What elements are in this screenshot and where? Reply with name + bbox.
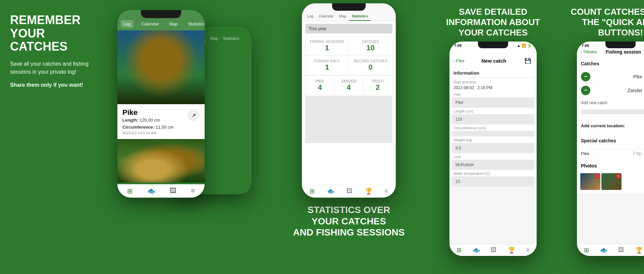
stats-nav-fish[interactable]: 🐟 (327, 188, 334, 195)
qa-photos-section: Photos + − − (577, 158, 644, 193)
nc-length-group: Length (cm) (449, 108, 537, 114)
qa-special-row-pike[interactable]: Pike 7 kg - 100 cm › (577, 149, 644, 158)
phone1-shell: Log Calendar Map Statistics ↗ Pike Lengt… (117, 10, 205, 198)
quick-add-phone-shell: 7:00 ▲ 📶 🔋 ‹ Tillbaka Fishing session Ca… (577, 42, 644, 256)
nc-water-temp-input[interactable]: 15 (452, 177, 534, 187)
nc-time: 7:09 (454, 44, 462, 48)
nc-info-header: Information (449, 68, 537, 78)
catch-timestamp: 8/2/2022 6:51:54 AM (122, 131, 200, 135)
qa-photo-2[interactable]: − (601, 173, 622, 190)
qa-back-button[interactable]: ‹ Tillbaka (581, 50, 597, 54)
qa-row-pike: − Pike + 3 (577, 70, 644, 84)
nc-nav-menu[interactable]: ≡ (526, 247, 530, 254)
qa-add-input[interactable] (581, 110, 644, 114)
section1-headline: REMEMBER YOUR CATCHES (10, 13, 97, 53)
phone1-container: Log Calendar Map Statistics Log Calendar… (107, 0, 268, 274)
phone1-tab-calendar[interactable]: Calendar (139, 20, 162, 28)
stat-catches: CATCHES 10 (349, 37, 392, 56)
nc-nav-trophy[interactable]: 🏆 (508, 247, 515, 254)
stats-filter-dropdown[interactable]: This year (305, 24, 392, 33)
nc-circumference-group: Circumference (cm) (449, 125, 537, 131)
tab-statistics[interactable]: Statistics (349, 13, 371, 21)
stat-record-catches: RECORD CATCHES 0 (349, 56, 392, 75)
nav-icon-fish[interactable]: 🐟 (147, 187, 156, 195)
nc-nav-photo[interactable]: 🖼 (491, 247, 497, 254)
phone1-tab-statistics[interactable]: Statistics (185, 20, 205, 28)
qa-nav-trophy[interactable]: 🏆 (635, 247, 643, 254)
nc-circumference-label: Circumference (cm) (453, 126, 533, 130)
qa-nav-grid[interactable]: ⊞ (584, 247, 589, 254)
section3-text: SAVE DETAILED INFORMATION ABOUT YOUR CAT… (429, 2, 557, 42)
stat-fishing-days: FISHING DAYS 1 (306, 56, 349, 75)
fish-hand-image (117, 139, 205, 183)
nc-circumference-input[interactable] (452, 131, 534, 136)
nav-icon-grid[interactable]: ⊞ (127, 187, 133, 195)
tab-map-back[interactable]: Map (210, 36, 218, 42)
nc-length-input[interactable]: 110 (452, 114, 534, 124)
nc-status-bar: 7:09 ▲ 📶 🔋 (449, 42, 537, 48)
catch-circumference: Circumference: 11,50 cm (122, 124, 200, 131)
phone1-tab-map[interactable]: Map (166, 20, 180, 28)
stats-nav-grid[interactable]: ⊞ (310, 188, 315, 195)
tab-log[interactable]: Log (305, 13, 316, 21)
qa-minus-pike[interactable]: − (581, 72, 590, 81)
section-save-detailed: SAVE DETAILED INFORMATION ABOUT YOUR CAT… (429, 0, 557, 274)
nc-nav-grid[interactable]: ⊞ (457, 247, 462, 254)
nc-save-button[interactable]: 💾 (523, 56, 533, 66)
nc-fish-group: Fish (449, 91, 537, 97)
stats-tab-bar: Log Calendar Map Statistics (302, 3, 396, 21)
qa-catches-header: Catches 7 (577, 58, 644, 70)
stats-screen: Log Calendar Map Statistics This year FI… (302, 3, 396, 198)
qa-add-new-section: Add new catch + (577, 98, 644, 119)
nc-bottom-nav: ⊞ 🐟 🖼 🏆 ≡ (449, 244, 537, 256)
nc-fish-input[interactable]: Pike (452, 97, 534, 108)
qa-photo-1[interactable]: − (580, 173, 600, 190)
nc-time-value: 2:16 PM (477, 85, 492, 90)
qa-photo1-remove-button[interactable]: − (595, 174, 600, 179)
fish-person-image (117, 30, 205, 104)
section-quick-add: COUNT CATCHES WITH THE "QUICK ADD" BUTTO… (557, 0, 644, 274)
nc-water-temp-label: Water temperature (C) (453, 172, 533, 176)
tab-map[interactable]: Map (336, 13, 349, 21)
stats-bottom-nav: ⊞ 🐟 🖼 🏆 ≡ (302, 185, 396, 198)
nc-weight-input[interactable]: 9,9 (452, 143, 534, 153)
section3-headline: SAVE DETAILED INFORMATION ABOUT YOUR CAT… (436, 7, 550, 38)
qa-minus-zander[interactable]: − (581, 86, 590, 95)
nc-back-button[interactable]: ‹ Pike (453, 58, 465, 63)
section4-headline: COUNT CATCHES WITH THE "QUICK ADD" BUTTO… (564, 7, 644, 38)
stat-fishing-sessions: FISHING SESSIONS 1 (306, 37, 349, 56)
qa-nav-fish[interactable]: 🐟 (600, 247, 607, 254)
nav-icon-photo[interactable]: 🖼 (170, 187, 176, 195)
qa-add-row: + (581, 107, 644, 117)
section1-desc1: Save all your catches and fishing sessio… (10, 60, 97, 76)
qa-special-section: Special catches + Pike 7 kg - 100 cm › (577, 133, 644, 158)
stats-nav-trophy[interactable]: 🏆 (365, 188, 372, 195)
tab-statistics-back[interactable]: Statistics (223, 36, 239, 42)
stats-nav-menu[interactable]: ≡ (384, 188, 388, 195)
phone1-tab-log[interactable]: Log (121, 20, 133, 28)
nc-datetime-group: Date and time 2022-08-02 2:16 PM (449, 78, 537, 91)
qa-nav-photo[interactable]: 🖼 (618, 247, 624, 254)
section-statistics: Log Calendar Map Statistics This year FI… (268, 0, 429, 274)
section2-headline2: YOUR CATCHES (293, 216, 405, 227)
qa-photo2-remove-button[interactable]: − (616, 174, 621, 179)
qa-screen-title: Fishing session (606, 49, 641, 55)
stats-nav-photo[interactable]: 🖼 (346, 188, 353, 195)
qa-add-label: Add new catch (581, 100, 644, 105)
nc-datetime-values: 2022-08-02 2:16 PM (453, 85, 533, 90)
species-trout: TROUT 2 (363, 76, 392, 95)
nc-fish-label: Fish (453, 92, 533, 96)
nc-nav-fish[interactable]: 🐟 (473, 247, 480, 254)
nc-title: New catch (481, 58, 506, 64)
share-button[interactable]: ↗ (187, 109, 200, 121)
qa-zander-name: Zander (590, 88, 642, 93)
nav-icon-menu[interactable]: ≡ (191, 187, 195, 195)
qa-location-section: Add current location: (577, 120, 644, 132)
tab-calendar[interactable]: Calendar (316, 13, 336, 21)
qa-location-label: Add current location: (581, 123, 625, 128)
nc-lure-input[interactable]: McRubber (452, 160, 534, 170)
nc-header: ‹ Pike New catch 💾 (449, 48, 537, 68)
qa-header: ‹ Tillbaka Fishing session (577, 48, 644, 58)
nc-datetime-label: Date and time (453, 80, 533, 84)
catch-info-card: ↗ Pike Length: 120,00 cm Circumference: … (117, 104, 205, 139)
